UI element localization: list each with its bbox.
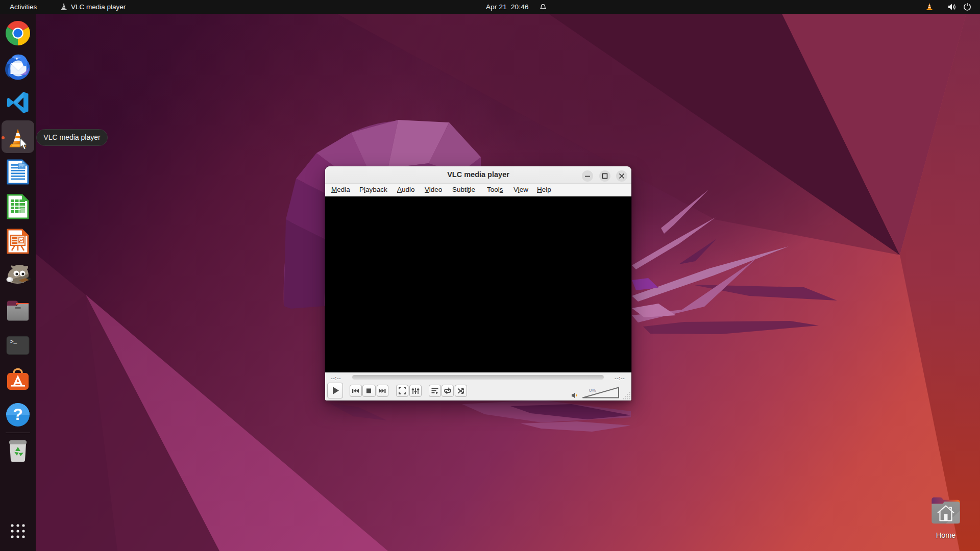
svg-text:?: ? <box>13 405 23 423</box>
svg-text:>_: >_ <box>10 339 17 345</box>
